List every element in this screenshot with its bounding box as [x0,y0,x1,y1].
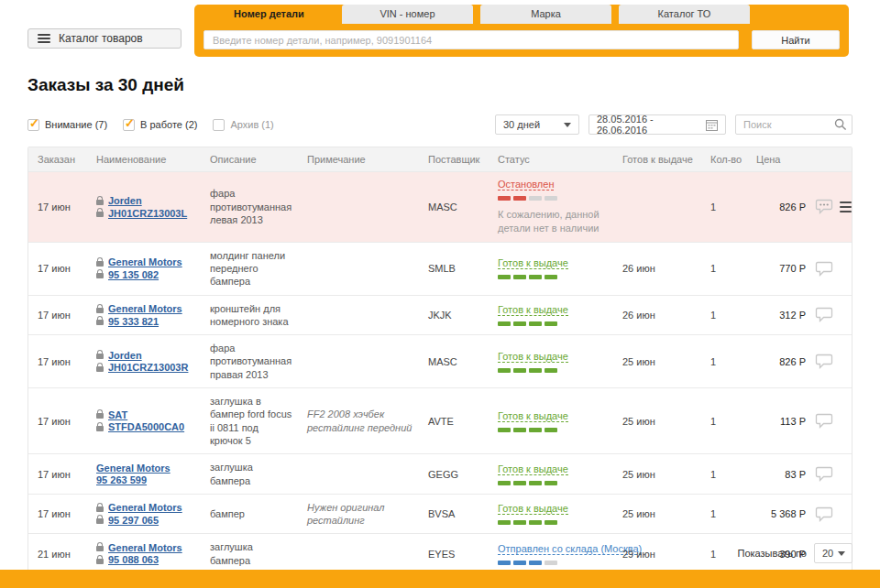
search-icon[interactable] [834,118,847,135]
order-date: 17 июн [28,508,87,519]
search-tabs: Номер деталиVIN - номерМаркаКаталог ТО [204,5,840,24]
checkbox-icon [28,119,39,131]
tab-1[interactable]: VIN - номер [342,5,473,24]
brand-link[interactable]: Jorden [108,350,142,361]
brand-link[interactable]: General Motors [108,542,182,553]
part-number-link[interactable]: JH01CRZ13003L [108,208,187,219]
progress-bar [498,561,613,565]
period-select[interactable]: 30 дней [495,114,579,135]
status-link[interactable]: Готов к выдаче [498,257,568,269]
part-number-link[interactable]: 95 297 065 [108,515,159,526]
description: молдинг панели переднего бампера [201,249,298,289]
row-actions [808,506,850,522]
progress-bar [498,275,613,279]
progress-segment [529,368,542,373]
checkbox-label: Внимание (7) [45,119,107,130]
progress-bar [498,520,613,525]
comment-icon[interactable] [815,307,833,322]
period-select-value: 30 дней [503,119,540,130]
progress-bar [498,481,613,485]
footer-bar [0,570,880,588]
lock-icon [96,506,104,512]
progress-segment [529,520,542,525]
find-button[interactable]: Найти [752,30,840,49]
part-number-link[interactable]: 95 263 599 [96,474,147,485]
part-number-link[interactable]: JH01CRZ13003R [108,362,188,373]
ready-date: 25 июн [613,416,701,427]
progress-segment [544,321,557,326]
progress-segment [544,368,557,373]
col-header-price: Цена [747,154,808,165]
supplier-code: EYES [419,549,489,560]
brand-link[interactable]: General Motors [96,463,170,474]
part-number-link[interactable]: STFDA5000CA0 [108,421,184,432]
filter-checkbox-2[interactable]: Архив (1) [213,119,273,131]
part-number-link[interactable]: 95 135 082 [108,269,159,280]
table-row: 17 июн Jorden JH01CRZ13003R фара противо… [28,334,852,387]
quantity: 1 [701,508,747,519]
filter-checkbox-1[interactable]: В работе (2) [123,119,197,131]
tab-2[interactable]: Марка [480,5,611,24]
table-row: 17 июн General Motors 95 297 065 бампер … [28,494,852,534]
row-actions [808,307,850,322]
status-link[interactable]: Готов к выдаче [498,304,568,316]
brand-link[interactable]: General Motors [108,502,182,513]
lock-icon [96,366,104,372]
date-range-picker[interactable]: 28.05.2016 - 26.06.2016 [588,114,726,135]
status-link[interactable]: Готов к выдаче [498,503,568,515]
status-link[interactable]: Готов к выдаче [498,463,568,475]
brand-link[interactable]: General Motors [108,256,182,267]
part-name-cell: General Motors 95 333 821 [87,302,201,329]
orders-table-body: 17 июн Jorden JH01CRZ13003L фара противо… [28,171,852,588]
description: бампер [201,507,298,520]
part-name-cell: Jorden JH01CRZ13003L [87,194,201,221]
tab-0[interactable]: Номер детали [204,5,335,24]
pagination-bar: Показывать по 20 [737,543,852,563]
comment-icon[interactable] [815,466,833,482]
filter-checkbox-0[interactable]: Внимание (7) [28,119,107,131]
col-header-qty: Кол-во [701,154,747,165]
comment: FF2 2008 хэчбек рестайлинг передний [298,408,419,434]
progress-segment [498,196,511,201]
progress-segment [513,275,526,279]
row-actions [808,466,850,482]
progress-segment [513,561,526,565]
comment-icon[interactable] [815,354,833,369]
quantity: 1 [701,310,747,321]
comment-icon[interactable] [815,413,833,429]
catalog-button[interactable]: Каталог товаров [28,28,182,49]
comment-icon[interactable] [815,506,833,522]
filters-bar: Внимание (7)В работе (2)Архив (1) 30 дне… [28,114,852,135]
col-header-ordered: Заказан [28,154,87,165]
comment-icon[interactable] [815,199,833,214]
brand-link[interactable]: Jorden [108,195,142,206]
comment-icon[interactable] [815,261,833,277]
status-cell: Остановлен К сожалению, данной детали не… [489,179,613,235]
description: заглушка бампера [201,540,298,567]
calendar-icon [706,119,718,131]
quantity: 1 [701,416,747,427]
col-header-desc: Описание [201,154,298,165]
description: фара противотуманная левая 2013 [201,187,298,226]
part-number-input[interactable] [204,30,739,49]
progress-segment [498,520,511,525]
per-page-label: Показывать по [737,548,807,559]
supplier-code: AVTE [419,416,489,427]
part-name-cell: General Motors 95 088 063 [87,540,201,567]
brand-link[interactable]: General Motors [108,303,182,314]
status-link[interactable]: Готов к выдаче [498,351,568,363]
brand-link[interactable]: SAT [108,409,127,420]
per-page-select[interactable]: 20 [814,543,852,563]
description: кронштейн для номерного знака [201,302,298,329]
part-number-link[interactable]: 95 333 821 [108,316,159,327]
progress-segment [513,481,526,485]
status-cell: Готов к выдаче [489,351,613,373]
status-link[interactable]: Готов к выдаче [498,410,568,422]
status-cell: Готов к выдаче [489,304,613,326]
comment: Нужен оригинал рестайлинг [298,501,419,528]
status-link[interactable]: Остановлен [498,179,554,191]
part-number-link[interactable]: 95 088 063 [108,554,159,565]
tab-3[interactable]: Каталог ТО [619,5,750,24]
part-name-cell: General Motors 95 263 599 [87,461,201,487]
row-menu-icon[interactable] [840,201,852,213]
